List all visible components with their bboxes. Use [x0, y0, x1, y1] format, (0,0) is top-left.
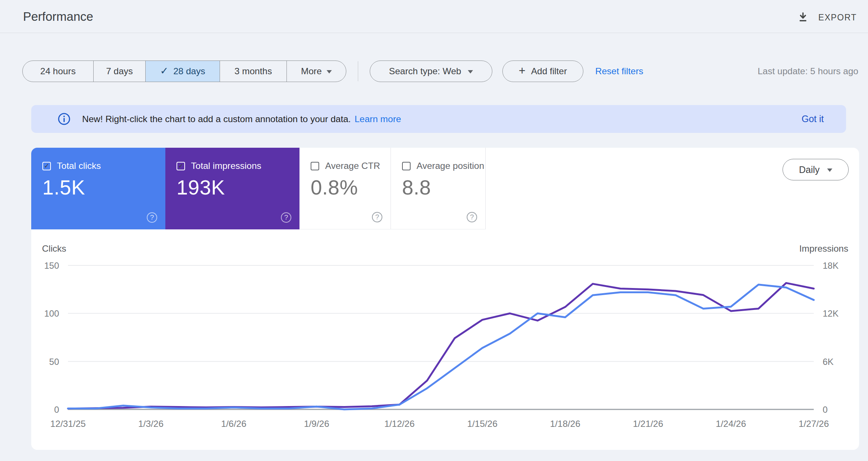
filter-separator [358, 61, 358, 81]
performance-panel: ✓Total clicks1.5K?✓Total impressions193K… [31, 148, 859, 450]
metric-value: 193K [176, 176, 299, 199]
right-axis-tick: 18K [823, 261, 839, 271]
chevron-down-icon [827, 169, 832, 172]
metric-card-total-clicks[interactable]: ✓Total clicks1.5K? [31, 148, 165, 229]
impressions-line [68, 283, 814, 408]
page-title: Performance [23, 10, 93, 24]
chevron-down-icon [468, 70, 473, 73]
left-axis-tick: 50 [49, 357, 59, 367]
right-axis-tick: 12K [823, 308, 839, 318]
date-range-chip-label: 3 months [234, 66, 272, 76]
date-range-chip-24-hours[interactable]: 24 hours [23, 61, 93, 82]
metric-value: 0.8% [311, 176, 391, 199]
left-axis-tick: 150 [44, 261, 59, 271]
right-axis-tick: 6K [823, 357, 833, 367]
x-axis-label: 1/6/26 [221, 419, 246, 429]
metric-header: Average position [402, 161, 485, 171]
check-icon: ✓ [160, 65, 169, 77]
metric-header: ✓Total clicks [42, 161, 165, 171]
x-axis-label: 12/31/25 [50, 419, 85, 429]
export-label: EXPORT [818, 13, 857, 23]
learn-more-link[interactable]: Learn more [354, 114, 401, 124]
date-range-chip-3-months[interactable]: 3 months [220, 61, 286, 82]
metric-card-average-ctr[interactable]: Average CTR0.8%? [299, 148, 391, 229]
metric-label: Average position [417, 161, 484, 171]
checked-checkbox[interactable]: ✓ [176, 162, 185, 170]
metric-label: Total impressions [191, 161, 261, 171]
granularity-label: Daily [799, 164, 820, 175]
granularity-dropdown[interactable]: Daily [783, 159, 849, 180]
date-range-chip-label: 28 days [173, 66, 205, 76]
add-filter-button[interactable]: + Add filter [502, 61, 583, 82]
date-range-chip-label: 24 hours [40, 66, 75, 76]
date-range-chip-more[interactable]: More [286, 61, 346, 82]
download-icon [797, 11, 809, 24]
metrics-row: ✓Total clicks1.5K?✓Total impressions193K… [31, 148, 859, 229]
metric-header: Average CTR [311, 161, 391, 171]
left-axis-tick: 0 [54, 405, 59, 415]
left-axis-tick: 100 [44, 308, 59, 318]
metric-header: ✓Total impressions [176, 161, 299, 171]
banner-message: New! Right-click the chart to add a cust… [82, 114, 351, 124]
help-icon[interactable]: ? [372, 212, 382, 222]
x-axis-label: 1/15/26 [467, 419, 498, 429]
x-axis-label: 1/24/26 [716, 419, 746, 429]
date-range-selector: 24 hours7 days✓28 days3 monthsMore [22, 61, 346, 82]
left-axis-title: Clicks [42, 243, 66, 254]
help-icon[interactable]: ? [467, 212, 477, 222]
x-axis-label: 1/9/26 [304, 419, 329, 429]
x-axis-label: 1/3/26 [138, 419, 163, 429]
unchecked-checkbox[interactable] [311, 162, 319, 170]
header-divider [0, 33, 868, 33]
right-axis-title: Impressions [799, 243, 848, 254]
reset-filters-link[interactable]: Reset filters [595, 66, 643, 76]
help-icon[interactable]: ? [147, 212, 157, 223]
annotation-banner: New! Right-click the chart to add a cust… [31, 105, 846, 133]
help-icon[interactable]: ? [281, 212, 291, 223]
metric-value: 1.5K [42, 176, 165, 199]
date-range-chip-28-days[interactable]: ✓28 days [145, 61, 220, 82]
date-range-chip-label: 7 days [106, 66, 133, 76]
search-type-label: Search type: Web [389, 66, 461, 76]
unchecked-checkbox[interactable] [402, 162, 411, 170]
last-update-text: Last update: 5 hours ago [758, 66, 858, 76]
info-icon [57, 112, 71, 126]
got-it-button[interactable]: Got it [801, 114, 824, 124]
metric-card-average-position[interactable]: Average position8.8? [391, 148, 486, 229]
add-filter-label: Add filter [531, 66, 567, 76]
metric-label: Total clicks [57, 161, 101, 171]
metric-label: Average CTR [325, 161, 380, 171]
metric-value: 8.8 [402, 176, 485, 199]
chevron-down-icon [327, 70, 332, 73]
clicks-line [68, 285, 814, 409]
x-axis-label: 1/12/26 [384, 419, 415, 429]
performance-page: Performance EXPORT 24 hours7 days✓28 day… [0, 0, 868, 461]
x-axis-label: 1/18/26 [550, 419, 580, 429]
metric-card-total-impressions[interactable]: ✓Total impressions193K? [165, 148, 299, 229]
search-type-dropdown[interactable]: Search type: Web [370, 61, 492, 82]
checked-checkbox[interactable]: ✓ [42, 162, 51, 170]
date-range-chip-label: More [301, 66, 322, 76]
x-axis-label: 1/27/26 [799, 419, 829, 429]
x-axis-label: 1/21/26 [633, 419, 663, 429]
right-axis-tick: 0 [823, 405, 827, 415]
performance-chart[interactable]: 15018K10012K506K00ClicksImpressions12/31… [31, 238, 859, 438]
export-button[interactable]: EXPORT [797, 11, 857, 24]
plus-icon: + [519, 64, 525, 78]
date-range-chip-7-days[interactable]: 7 days [93, 61, 145, 82]
chart-svg: 15018K10012K506K00ClicksImpressions12/31… [31, 238, 859, 438]
